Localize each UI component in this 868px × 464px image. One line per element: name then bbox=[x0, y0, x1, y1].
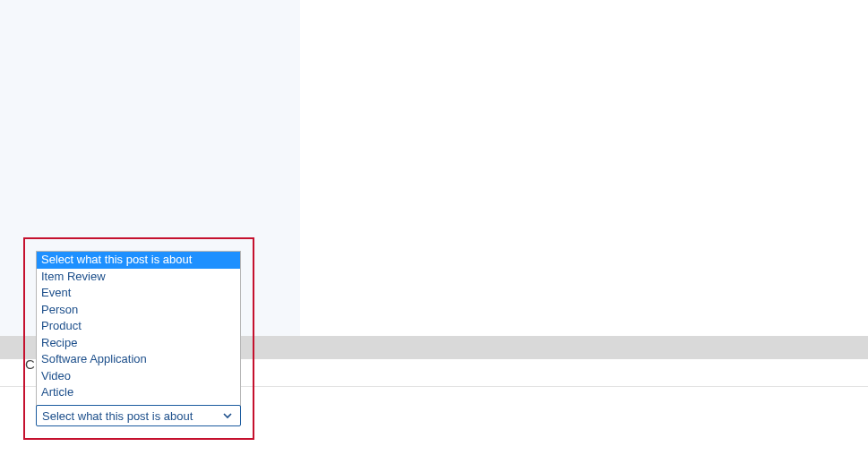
post-type-option[interactable]: Select what this post is about bbox=[37, 252, 240, 269]
post-type-option[interactable]: Item Review bbox=[37, 269, 240, 286]
post-type-option[interactable]: Recipe bbox=[37, 335, 240, 352]
post-type-option[interactable]: Software Application bbox=[37, 351, 240, 368]
post-type-option[interactable]: Video bbox=[37, 368, 240, 385]
post-type-option[interactable]: Person bbox=[37, 302, 240, 319]
post-type-dropdown-list[interactable]: Select what this post is about Item Revi… bbox=[36, 251, 241, 418]
chevron-down-icon bbox=[222, 410, 233, 421]
combobox-label: Select what this post is about bbox=[42, 409, 193, 423]
post-type-option[interactable]: Article bbox=[37, 384, 240, 401]
post-type-combobox[interactable]: Select what this post is about bbox=[36, 405, 241, 426]
background-char: C bbox=[25, 357, 35, 372]
post-type-option[interactable]: Event bbox=[37, 285, 240, 302]
post-type-option[interactable]: Product bbox=[37, 318, 240, 335]
